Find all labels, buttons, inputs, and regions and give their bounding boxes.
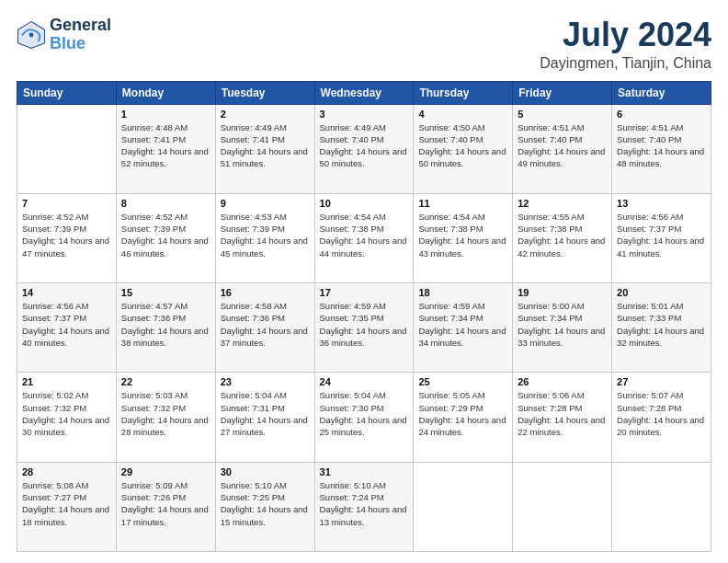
day-number: 2 xyxy=(221,109,310,120)
day-number: 17 xyxy=(320,287,409,298)
cell-content: Sunrise: 5:10 AMSunset: 7:24 PMDaylight:… xyxy=(320,480,407,527)
day-number: 28 xyxy=(22,466,111,477)
day-number: 31 xyxy=(320,466,409,477)
day-number: 24 xyxy=(320,376,409,387)
cell-content: Sunrise: 4:49 AMSunset: 7:40 PMDaylight:… xyxy=(320,122,407,169)
day-number: 5 xyxy=(518,109,607,120)
col-tuesday: Tuesday xyxy=(215,81,314,104)
day-number: 29 xyxy=(121,466,210,477)
cell-content: Sunrise: 4:58 AMSunset: 7:36 PMDaylight:… xyxy=(221,301,308,348)
cell-content: Sunrise: 5:05 AMSunset: 7:29 PMDaylight:… xyxy=(418,390,506,437)
col-monday: Monday xyxy=(116,81,215,104)
cell-content: Sunrise: 4:53 AMSunset: 7:39 PMDaylight:… xyxy=(221,212,308,259)
day-number: 18 xyxy=(418,287,507,298)
calendar-week-5: 28Sunrise: 5:08 AMSunset: 7:27 PMDayligh… xyxy=(17,462,711,551)
day-number: 8 xyxy=(121,198,210,209)
day-number: 6 xyxy=(617,109,706,120)
calendar-cell: 8Sunrise: 4:52 AMSunset: 7:39 PMDaylight… xyxy=(116,193,215,282)
day-number: 4 xyxy=(418,109,507,120)
calendar-cell: 19Sunrise: 5:00 AMSunset: 7:34 PMDayligh… xyxy=(513,283,612,373)
calendar-cell: 2Sunrise: 4:49 AMSunset: 7:41 PMDaylight… xyxy=(215,104,314,193)
calendar-cell: 30Sunrise: 5:10 AMSunset: 7:25 PMDayligh… xyxy=(215,462,314,551)
day-number: 9 xyxy=(221,198,310,209)
calendar-cell xyxy=(513,462,612,551)
cell-content: Sunrise: 4:55 AMSunset: 7:38 PMDaylight:… xyxy=(518,212,605,259)
calendar-week-3: 14Sunrise: 4:56 AMSunset: 7:37 PMDayligh… xyxy=(17,283,711,373)
calendar-cell: 16Sunrise: 4:58 AMSunset: 7:36 PMDayligh… xyxy=(215,283,314,373)
cell-content: Sunrise: 4:59 AMSunset: 7:35 PMDaylight:… xyxy=(320,301,407,348)
day-number: 13 xyxy=(617,198,706,209)
calendar-cell: 15Sunrise: 4:57 AMSunset: 7:36 PMDayligh… xyxy=(116,283,215,373)
calendar-cell: 22Sunrise: 5:03 AMSunset: 7:32 PMDayligh… xyxy=(116,373,215,462)
col-saturday: Saturday xyxy=(612,81,711,104)
calendar-cell: 7Sunrise: 4:52 AMSunset: 7:39 PMDaylight… xyxy=(17,193,117,282)
cell-content: Sunrise: 5:03 AMSunset: 7:32 PMDaylight:… xyxy=(121,390,209,437)
day-number: 27 xyxy=(617,376,706,387)
cell-content: Sunrise: 5:07 AMSunset: 7:28 PMDaylight:… xyxy=(617,390,704,437)
calendar-table: Sunday Monday Tuesday Wednesday Thursday… xyxy=(17,81,711,552)
page: General Blue July 2024 Dayingmen, Tianji… xyxy=(0,0,728,563)
cell-content: Sunrise: 4:52 AMSunset: 7:39 PMDaylight:… xyxy=(121,212,209,259)
cell-content: Sunrise: 5:10 AMSunset: 7:25 PMDaylight:… xyxy=(221,480,308,527)
calendar-cell: 21Sunrise: 5:02 AMSunset: 7:32 PMDayligh… xyxy=(17,373,117,462)
day-number: 23 xyxy=(221,376,310,387)
calendar-cell: 5Sunrise: 4:51 AMSunset: 7:40 PMDaylight… xyxy=(513,104,612,193)
calendar-cell: 10Sunrise: 4:54 AMSunset: 7:38 PMDayligh… xyxy=(314,193,414,282)
title-block: July 2024 Dayingmen, Tianjin, China xyxy=(540,17,711,72)
cell-content: Sunrise: 5:08 AMSunset: 7:27 PMDaylight:… xyxy=(22,480,109,527)
day-number: 22 xyxy=(121,376,210,387)
calendar-cell: 17Sunrise: 4:59 AMSunset: 7:35 PMDayligh… xyxy=(314,283,414,373)
day-number: 11 xyxy=(418,198,507,209)
day-number: 16 xyxy=(221,287,310,298)
calendar-cell: 29Sunrise: 5:09 AMSunset: 7:26 PMDayligh… xyxy=(116,462,215,551)
calendar-cell: 12Sunrise: 4:55 AMSunset: 7:38 PMDayligh… xyxy=(513,193,612,282)
cell-content: Sunrise: 5:04 AMSunset: 7:30 PMDaylight:… xyxy=(320,390,407,437)
header-row: Sunday Monday Tuesday Wednesday Thursday… xyxy=(17,81,711,104)
cell-content: Sunrise: 5:02 AMSunset: 7:32 PMDaylight:… xyxy=(22,390,109,437)
calendar-cell: 23Sunrise: 5:04 AMSunset: 7:31 PMDayligh… xyxy=(215,373,314,462)
cell-content: Sunrise: 4:51 AMSunset: 7:40 PMDaylight:… xyxy=(617,122,704,169)
day-number: 15 xyxy=(121,287,210,298)
header: General Blue July 2024 Dayingmen, Tianji… xyxy=(17,17,711,72)
calendar-cell: 24Sunrise: 5:04 AMSunset: 7:30 PMDayligh… xyxy=(314,373,414,462)
day-number: 25 xyxy=(418,376,507,387)
calendar-cell: 13Sunrise: 4:56 AMSunset: 7:37 PMDayligh… xyxy=(612,193,711,282)
cell-content: Sunrise: 4:51 AMSunset: 7:40 PMDaylight:… xyxy=(518,122,605,169)
calendar-cell: 6Sunrise: 4:51 AMSunset: 7:40 PMDaylight… xyxy=(612,104,711,193)
day-number: 7 xyxy=(22,198,111,209)
cell-content: Sunrise: 5:09 AMSunset: 7:26 PMDaylight:… xyxy=(121,480,209,527)
calendar-cell xyxy=(414,462,513,551)
col-sunday: Sunday xyxy=(17,81,117,104)
cell-content: Sunrise: 4:48 AMSunset: 7:41 PMDaylight:… xyxy=(121,122,209,169)
calendar-cell: 1Sunrise: 4:48 AMSunset: 7:41 PMDaylight… xyxy=(116,104,215,193)
calendar-cell: 31Sunrise: 5:10 AMSunset: 7:24 PMDayligh… xyxy=(314,462,414,551)
calendar-cell: 3Sunrise: 4:49 AMSunset: 7:40 PMDaylight… xyxy=(314,104,414,193)
day-number: 14 xyxy=(22,287,111,298)
col-friday: Friday xyxy=(513,81,612,104)
calendar-cell: 14Sunrise: 4:56 AMSunset: 7:37 PMDayligh… xyxy=(17,283,117,373)
month-year: July 2024 xyxy=(540,17,711,53)
calendar-week-1: 1Sunrise: 4:48 AMSunset: 7:41 PMDaylight… xyxy=(17,104,711,193)
calendar-cell xyxy=(17,104,117,193)
calendar-cell: 27Sunrise: 5:07 AMSunset: 7:28 PMDayligh… xyxy=(612,373,711,462)
cell-content: Sunrise: 4:57 AMSunset: 7:36 PMDaylight:… xyxy=(121,301,209,348)
day-number: 10 xyxy=(320,198,409,209)
cell-content: Sunrise: 4:54 AMSunset: 7:38 PMDaylight:… xyxy=(418,212,506,259)
cell-content: Sunrise: 5:01 AMSunset: 7:33 PMDaylight:… xyxy=(617,301,704,348)
location: Dayingmen, Tianjin, China xyxy=(540,55,711,72)
cell-content: Sunrise: 4:54 AMSunset: 7:38 PMDaylight:… xyxy=(320,212,407,259)
cell-content: Sunrise: 5:04 AMSunset: 7:31 PMDaylight:… xyxy=(221,390,308,437)
day-number: 3 xyxy=(320,109,409,120)
day-number: 26 xyxy=(518,376,607,387)
calendar-week-4: 21Sunrise: 5:02 AMSunset: 7:32 PMDayligh… xyxy=(17,373,711,462)
cell-content: Sunrise: 5:00 AMSunset: 7:34 PMDaylight:… xyxy=(518,301,605,348)
calendar-week-2: 7Sunrise: 4:52 AMSunset: 7:39 PMDaylight… xyxy=(17,193,711,282)
col-wednesday: Wednesday xyxy=(314,81,414,104)
svg-point-2 xyxy=(29,32,34,37)
day-number: 19 xyxy=(518,287,607,298)
day-number: 1 xyxy=(121,109,210,120)
calendar-cell: 18Sunrise: 4:59 AMSunset: 7:34 PMDayligh… xyxy=(414,283,513,373)
calendar-cell: 26Sunrise: 5:06 AMSunset: 7:28 PMDayligh… xyxy=(513,373,612,462)
cell-content: Sunrise: 4:56 AMSunset: 7:37 PMDaylight:… xyxy=(617,212,704,259)
cell-content: Sunrise: 4:50 AMSunset: 7:40 PMDaylight:… xyxy=(418,122,506,169)
